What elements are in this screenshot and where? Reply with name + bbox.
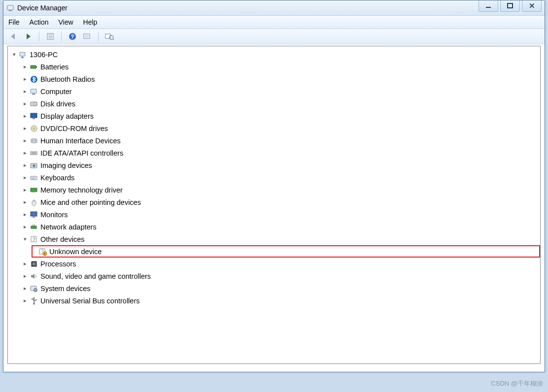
- tree-item-label: IDE ATA/ATAPI controllers: [40, 149, 123, 157]
- expand-icon[interactable]: ▸: [22, 76, 29, 83]
- ide-icon: [30, 149, 38, 158]
- expand-icon[interactable]: ▸: [22, 162, 29, 169]
- tree-item[interactable]: ▸Network adapters: [22, 221, 540, 233]
- tree-item[interactable]: ▸Imaging devices: [22, 159, 540, 171]
- maximize-button[interactable]: [500, 0, 520, 12]
- tree-item[interactable]: ▸Mice and other pointing devices: [22, 196, 540, 208]
- tree-item[interactable]: ▸Disk drives: [22, 98, 540, 110]
- back-button[interactable]: [7, 31, 19, 42]
- tree-item-label: Human Interface Devices: [40, 137, 121, 145]
- tree-item[interactable]: ▸Universal Serial Bus controllers: [22, 294, 540, 307]
- tree-item-label: Processors: [40, 260, 76, 268]
- menu-help[interactable]: Help: [83, 18, 98, 26]
- toolbar-separator: [98, 32, 99, 41]
- svg-rect-21: [31, 89, 36, 93]
- tree-item[interactable]: ▸Memory technology driver: [22, 184, 540, 196]
- tree-item[interactable]: ▸Display adapters: [22, 110, 540, 122]
- expand-icon[interactable]: ▸: [22, 199, 29, 206]
- menu-action[interactable]: Action: [30, 18, 49, 26]
- svg-rect-60: [33, 262, 35, 265]
- tree-root[interactable]: ▾1306-PC: [11, 48, 540, 61]
- svg-rect-50: [31, 226, 36, 229]
- menu-view[interactable]: View: [58, 18, 73, 26]
- expand-icon[interactable]: ▸: [22, 211, 29, 218]
- display-icon: [30, 112, 38, 121]
- tree-item-label: Keyboards: [40, 174, 74, 182]
- titlebar[interactable]: Device Manager ✕: [3, 0, 545, 16]
- properties-button[interactable]: [44, 31, 56, 42]
- tree-item[interactable]: ▸Computer: [22, 85, 540, 98]
- svg-rect-48: [31, 212, 37, 216]
- tree-item[interactable]: ▾?Other devices: [22, 233, 540, 245]
- svg-rect-42: [31, 188, 37, 192]
- tree-item[interactable]: ▸System devices: [22, 282, 540, 294]
- close-button[interactable]: ✕: [522, 0, 542, 12]
- toolbar-separator: [61, 32, 62, 41]
- svg-rect-1: [9, 10, 12, 11]
- tree-item-label: Computer: [40, 88, 72, 96]
- tree-item-label: Universal Serial Bus controllers: [40, 297, 139, 305]
- expand-icon[interactable]: ▸: [22, 100, 29, 107]
- expand-icon[interactable]: ▸: [22, 224, 29, 230]
- memory-icon: [30, 186, 38, 195]
- tree-item-label: Disk drives: [40, 100, 75, 108]
- expand-icon[interactable]: ▸: [22, 187, 29, 194]
- network-icon: [30, 223, 38, 231]
- svg-point-36: [33, 164, 35, 167]
- svg-point-24: [34, 102, 36, 105]
- forward-button[interactable]: [22, 31, 34, 42]
- collapse-icon[interactable]: ▾: [22, 236, 29, 243]
- tree-item[interactable]: ▸Processors: [22, 258, 540, 270]
- svg-point-66: [33, 303, 35, 304]
- minimize-button[interactable]: [479, 0, 498, 12]
- tree-item-label: Imaging devices: [40, 162, 92, 169]
- tree-item[interactable]: ▸Human Interface Devices: [22, 134, 540, 147]
- tree-item[interactable]: ▸IDE ATA/ATAPI controllers: [22, 147, 540, 159]
- scan-button[interactable]: [81, 31, 93, 42]
- watermark: CSDN @千年糊涂: [491, 379, 543, 388]
- expand-icon[interactable]: ▸: [22, 88, 29, 95]
- tree-item[interactable]: ▸Bluetooth Radios: [22, 73, 540, 85]
- unknown-icon: ?!: [38, 247, 47, 256]
- svg-rect-49: [33, 217, 35, 218]
- expand-icon[interactable]: ▸: [22, 125, 29, 132]
- tree-item[interactable]: ▸DVD/CD-ROM drives: [22, 122, 540, 134]
- svg-text:!: !: [44, 252, 45, 256]
- svg-rect-52: [34, 225, 35, 226]
- tree-item[interactable]: ▸Sound, video and game controllers: [22, 270, 540, 282]
- expand-icon[interactable]: ▸: [22, 113, 29, 120]
- svg-rect-45: [34, 192, 35, 193]
- bluetooth-icon: [30, 75, 38, 84]
- expand-icon[interactable]: ▸: [22, 64, 29, 70]
- svg-rect-25: [31, 113, 37, 118]
- tree-item[interactable]: ▸Batteries: [22, 61, 540, 73]
- tree-item[interactable]: ▸Keyboards: [22, 171, 540, 184]
- expand-icon[interactable]: ▸: [22, 273, 29, 280]
- device-tree[interactable]: ▾1306-PC▸Batteries▸Bluetooth Radios▸Comp…: [8, 46, 540, 309]
- tree-item-label: Other devices: [40, 235, 84, 243]
- svg-text:?: ?: [33, 236, 36, 242]
- collapse-icon[interactable]: ▾: [11, 51, 18, 58]
- expand-icon[interactable]: ▸: [22, 261, 29, 267]
- imaging-icon: [30, 161, 38, 170]
- menu-file[interactable]: File: [8, 18, 20, 26]
- expand-icon[interactable]: ▸: [22, 174, 29, 181]
- svg-rect-43: [32, 192, 33, 193]
- tree-item[interactable]: ▸Monitors: [22, 208, 540, 221]
- extra-button[interactable]: [103, 31, 115, 42]
- battery-icon: [30, 63, 38, 71]
- tree-item-label: Batteries: [40, 63, 68, 71]
- tree-item[interactable]: ?!Unknown device: [33, 246, 536, 257]
- svg-rect-0: [7, 5, 13, 10]
- expand-icon[interactable]: ▸: [22, 285, 29, 292]
- svg-rect-32: [31, 152, 37, 155]
- expand-icon[interactable]: ▸: [22, 137, 29, 144]
- svg-rect-40: [34, 177, 35, 178]
- expand-icon[interactable]: ▸: [22, 150, 29, 157]
- svg-rect-2: [486, 7, 491, 8]
- help-button[interactable]: ?: [67, 31, 78, 42]
- expand-icon[interactable]: ▸: [22, 297, 29, 304]
- tree-item-label: Sound, video and game controllers: [40, 272, 151, 280]
- svg-point-63: [34, 297, 35, 298]
- tree-item-label: Monitors: [40, 211, 68, 219]
